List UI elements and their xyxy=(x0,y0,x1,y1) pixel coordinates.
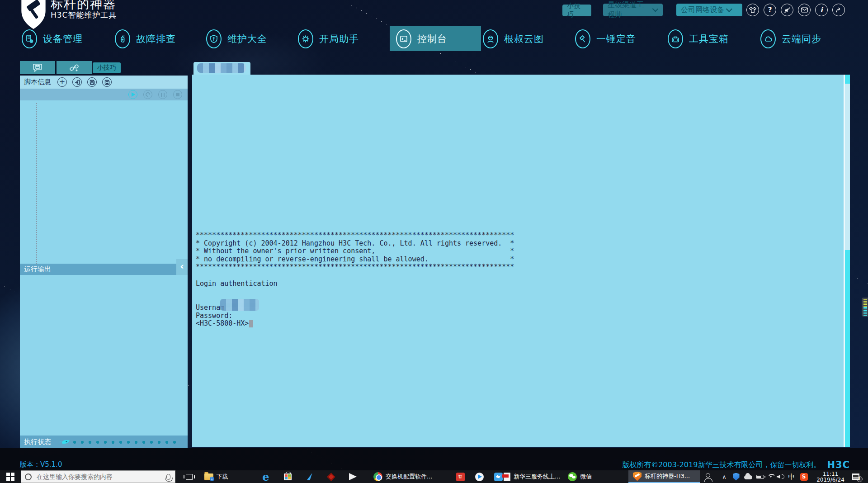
redacted-username xyxy=(220,299,259,311)
taskbar-edge[interactable] xyxy=(256,470,276,483)
person-face-icon xyxy=(483,29,498,48)
sidebar-tab-script[interactable] xyxy=(20,61,55,74)
action-center-button[interactable]: 1 xyxy=(848,470,866,483)
exec-status-title: 执行状态 xyxy=(24,438,51,446)
role-dropdown-value: 星级渠道工程师 xyxy=(608,0,651,19)
script-bubble-icon xyxy=(33,63,42,72)
copyright-text: 版权所有©2003-2019新华三技术有限公司，保留一切权利。 xyxy=(622,460,821,470)
stop-button[interactable] xyxy=(173,90,182,99)
taskbar-app-bolt[interactable] xyxy=(299,470,319,483)
tray-onedrive[interactable] xyxy=(742,470,754,483)
exec-progress-dots xyxy=(73,440,178,444)
tray-ime-indicator[interactable]: 中 xyxy=(787,470,797,483)
sidebar-tips-tag[interactable]: 小技巧 xyxy=(93,62,121,73)
console-icon xyxy=(396,29,411,48)
device-dropdown[interactable]: 公司网络设备 xyxy=(676,4,742,16)
import-script-button[interactable] xyxy=(72,77,82,87)
help-icon[interactable] xyxy=(764,4,776,16)
tray-wifi[interactable] xyxy=(766,470,776,483)
taskbar-app-diamond[interactable] xyxy=(321,470,341,483)
taskbar-wechat[interactable]: 微信 xyxy=(566,470,600,483)
console-session-tab[interactable] xyxy=(193,62,250,75)
edge-icon xyxy=(262,470,269,483)
info-icon[interactable] xyxy=(815,4,828,16)
nav-cloud-sync[interactable]: 云端同步 xyxy=(760,26,821,51)
console-scrollbar-lower[interactable] xyxy=(845,250,850,447)
nav-uncle-cloud-map[interactable]: 根叔云图 xyxy=(483,26,544,51)
tray-clock[interactable]: 11:11 2019/6/24 xyxy=(813,470,848,483)
redacted-session-title xyxy=(197,63,246,73)
pause-button[interactable] xyxy=(158,90,167,99)
notification-icon xyxy=(852,474,859,480)
download-label: 下载 xyxy=(217,473,228,481)
theme-shirt-icon[interactable] xyxy=(746,4,759,16)
exec-status-bar: 执行状态 xyxy=(20,436,188,448)
nav-label: 维护大全 xyxy=(227,33,267,45)
microphone-icon[interactable] xyxy=(166,474,170,480)
nav-maintenance[interactable]: 维护大全 xyxy=(206,26,267,51)
taskbar-download-folder[interactable]: ↓ 下载 xyxy=(199,470,233,483)
nav-hammer-decision[interactable]: 一锤定音 xyxy=(575,26,636,51)
nav-troubleshoot[interactable]: 故障排查 xyxy=(115,26,176,51)
mail-icon[interactable] xyxy=(798,4,811,16)
taskbar-chrome-switch-config[interactable]: 交换机配置软件... xyxy=(371,470,448,483)
sogou-icon xyxy=(800,473,808,481)
toolbox-icon xyxy=(668,29,683,48)
starfield xyxy=(0,0,0,0)
windows-taskbar: ↓ 下载 交换机配置软件... 有 新华三服务线上... 微信 标杆的神器-H3… xyxy=(0,470,868,483)
tray-security-shield[interactable] xyxy=(731,470,741,483)
start-button[interactable] xyxy=(0,470,21,483)
role-dropdown[interactable]: 星级渠道工程师 xyxy=(603,4,663,16)
nav-label: 根叔云图 xyxy=(504,33,544,45)
nav-setup-assistant[interactable]: 开局助手 xyxy=(298,26,359,51)
tips-button[interactable]: 小技巧 xyxy=(562,5,591,16)
taskbar-store[interactable] xyxy=(278,470,297,483)
sidebar: 小技巧 脚本信息 运行输出 执行状态 xyxy=(17,61,188,448)
script-tree-area[interactable] xyxy=(20,100,188,264)
nav-device-management[interactable]: 设备管理 xyxy=(22,26,83,51)
taskbar-pdf-document[interactable]: 新华三服务线上... xyxy=(501,470,564,483)
paper-plane-icon xyxy=(349,473,357,480)
run-output-area[interactable] xyxy=(20,275,188,436)
run-script-button[interactable] xyxy=(128,90,137,99)
status-bar: 版本：V5.1.0 版权所有©2003-2019新华三技术有限公司，保留一切权利… xyxy=(0,448,868,470)
youdao-icon: 有 xyxy=(456,473,465,481)
tray-volume[interactable] xyxy=(775,470,786,483)
taskbar-youdao[interactable]: 有 xyxy=(450,470,470,483)
add-script-button[interactable] xyxy=(57,77,67,87)
tray-sogou[interactable] xyxy=(798,470,809,483)
mute-icon[interactable] xyxy=(781,4,793,16)
battery-icon xyxy=(756,475,764,479)
task-view-button[interactable] xyxy=(180,470,198,483)
nav-toolbox[interactable]: 工具宝箱 xyxy=(668,26,729,51)
script-playback-toolbar xyxy=(20,89,188,100)
chevron-down-icon xyxy=(726,6,732,12)
taskbar-app-plane[interactable] xyxy=(343,470,363,483)
console-prompt: <H3C-5800-HX> xyxy=(196,320,249,328)
taskbar-tencent-video[interactable] xyxy=(469,470,489,483)
clock-date: 2019/6/24 xyxy=(816,477,844,483)
tray-show-hidden-icons[interactable] xyxy=(719,470,730,483)
taskbar-search[interactable] xyxy=(21,470,175,483)
search-input[interactable] xyxy=(36,473,162,481)
step-back-button[interactable] xyxy=(143,90,152,99)
sidebar-tab-connection[interactable] xyxy=(57,61,92,74)
run-output-header: 运行输出 xyxy=(20,264,188,275)
taskbar-active-app[interactable]: 标杆的神器-H3... xyxy=(628,470,700,483)
save-as-script-button[interactable] xyxy=(102,77,112,87)
app-logo-shield-hammer-icon xyxy=(19,0,48,29)
tray-battery[interactable] xyxy=(754,470,766,483)
script-info-toolbar: 脚本信息 xyxy=(20,76,188,89)
bolt-icon xyxy=(307,473,312,480)
cloud-icon xyxy=(744,475,752,479)
console-terminal[interactable]: ****************************************… xyxy=(192,75,850,447)
sidebar-collapse-button[interactable] xyxy=(176,259,188,275)
app-window: 标杆的神器 H3C智能维护工具 小技巧 星级渠道工程师 公司网络设备 设备管理 … xyxy=(0,0,868,483)
exit-share-icon[interactable] xyxy=(832,4,845,16)
pdf-window-label: 新华三服务线上... xyxy=(514,473,560,481)
wechat-icon xyxy=(568,472,577,481)
nav-console[interactable]: 控制台 xyxy=(390,26,481,51)
tray-people[interactable] xyxy=(702,470,714,483)
save-script-button[interactable] xyxy=(87,77,97,87)
console-scrollbar-thumb[interactable] xyxy=(845,75,850,84)
